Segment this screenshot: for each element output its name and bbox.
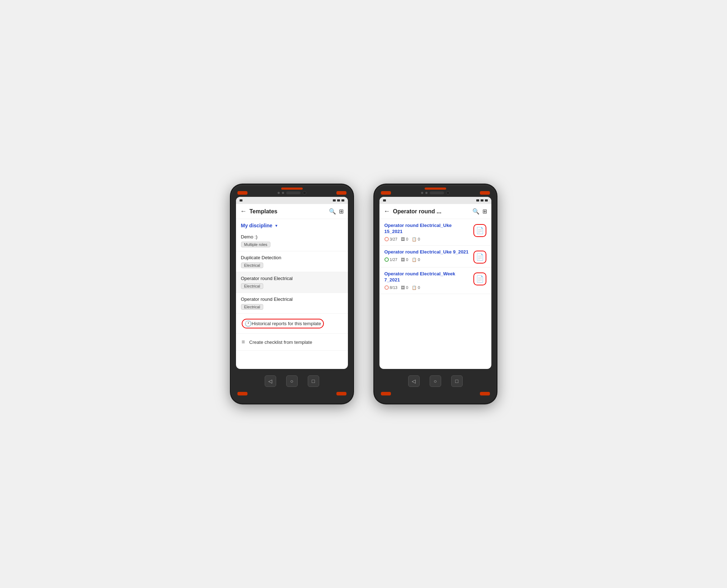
speaker-pill (286, 191, 301, 194)
checklist-item-1[interactable]: Operator round Electrical_Uke 15_2021 3/… (379, 219, 491, 246)
checklist-open-btn-2[interactable]: 📄 (473, 251, 486, 264)
template-item-demo[interactable]: Demo :) Multiple roles (236, 231, 348, 251)
top-accent-left-2 (381, 191, 391, 195)
template-badge-op-round-1: Electrical (241, 283, 264, 289)
top-accent-right-2 (480, 191, 490, 195)
checklist-open-btn-3[interactable]: 📄 (473, 272, 486, 285)
checklist-info-1: Operator round Electrical_Uke 15_2021 3/… (384, 223, 470, 242)
back-button-1[interactable]: ← (240, 208, 247, 215)
back-nav-btn-1[interactable]: ◁ (265, 375, 276, 387)
status-icon-2 (383, 199, 386, 201)
open-doc-icon-3: 📄 (476, 275, 484, 283)
action-historical[interactable]: 🕐 Historical reports for this template (236, 314, 348, 334)
doc-count-3: 0 (418, 285, 420, 290)
stat-progress-2: 1/27 (384, 257, 397, 262)
historical-oval[interactable]: 🕐 Historical reports for this template (242, 319, 324, 328)
screen-content-1: My discipline ▼ Demo :) Multiple roles D… (236, 219, 348, 351)
template-item-op-round-2[interactable]: Operator round Electrical Electrical (236, 293, 348, 314)
template-item-duplicate[interactable]: Duplicate Detection Electrical (236, 251, 348, 272)
phone-bottom-accents-1 (236, 392, 348, 395)
status-dot-3 (421, 192, 423, 194)
image-icon-3: 🖼 (401, 285, 405, 290)
progress-value-3: 8/13 (390, 285, 397, 290)
nav-bar-2: ← Operator round ... 🔍 ⊞ (379, 204, 491, 219)
screen-content-2: Operator round Electrical_Uke 15_2021 3/… (379, 219, 491, 294)
recents-nav-btn-2[interactable]: □ (451, 375, 463, 387)
nav-title-2: Operator round ... (393, 208, 469, 215)
template-name-duplicate: Duplicate Detection (241, 255, 343, 260)
doc-count-2: 0 (418, 257, 420, 262)
phone-1-screen: ← Templates 🔍 ⊞ My discipline ▼ Demo :) … (236, 197, 348, 369)
nav-title-1: Templates (250, 208, 326, 215)
bottom-accent-left-2 (381, 392, 391, 395)
wifi-icon-2 (481, 199, 483, 201)
checklist-item-2[interactable]: Operator round Electrical_Uke 9_2021 1/2… (379, 246, 491, 267)
recents-nav-btn-1[interactable]: □ (308, 375, 319, 387)
phone-top-accents (236, 191, 348, 195)
phone-top-accents-2 (379, 191, 491, 195)
template-badge-duplicate: Electrical (241, 262, 264, 268)
search-icon-1[interactable]: 🔍 (329, 208, 336, 215)
checklist-open-btn-1[interactable]: 📄 (473, 224, 486, 237)
checklist-item-3[interactable]: Operator round Electrical_Week 7_2021 8/… (379, 267, 491, 294)
status-dot-2 (282, 192, 284, 194)
stat-doc-1: 📋 0 (412, 237, 420, 242)
status-icons-2 (476, 199, 488, 201)
action-create-checklist[interactable]: ≡ Create checklist from template (236, 334, 348, 351)
status-bar (236, 197, 348, 204)
phone-2-screen: ← Operator round ... 🔍 ⊞ Operator round … (379, 197, 491, 369)
template-badge-op-round-2: Electrical (241, 304, 264, 310)
back-button-2[interactable]: ← (384, 208, 390, 215)
home-nav-btn-2[interactable]: ○ (430, 375, 441, 387)
progress-value-1: 3/27 (390, 237, 397, 241)
scan-icon-1[interactable]: ⊞ (339, 208, 344, 215)
nav-bar-1: ← Templates 🔍 ⊞ (236, 204, 348, 219)
stat-doc-2: 📋 0 (412, 257, 420, 262)
doc-icon-1: 📋 (412, 237, 417, 242)
historical-label: Historical reports for this template (252, 321, 321, 326)
open-doc-icon-2: 📄 (476, 253, 484, 261)
discipline-label: My discipline (241, 223, 273, 228)
search-icon-2[interactable]: 🔍 (472, 208, 480, 215)
checklist-stats-2: 1/27 🖼 0 📋 0 (384, 257, 470, 262)
image-count-1: 0 (406, 237, 408, 241)
checklist-title-2: Operator round Electrical_Uke 9_2021 (384, 249, 470, 255)
progress-circle-3 (384, 285, 389, 290)
status-bar-2 (379, 197, 491, 204)
signal-icon-2 (476, 199, 479, 201)
stat-image-1: 🖼 0 (401, 237, 408, 241)
discipline-selector[interactable]: My discipline ▼ (241, 223, 343, 228)
doc-icon-2: 📋 (412, 257, 417, 262)
home-nav-btn-1[interactable]: ○ (286, 375, 298, 387)
checklist-title-1: Operator round Electrical_Uke 15_2021 (384, 223, 470, 235)
progress-circle-2 (384, 257, 389, 262)
phone-bottom-accents-2 (379, 392, 491, 395)
stat-image-3: 🖼 0 (401, 285, 408, 290)
scan-icon-2[interactable]: ⊞ (482, 208, 487, 215)
top-accent-left (237, 191, 247, 195)
back-nav-btn-2[interactable]: ◁ (408, 375, 420, 387)
clock-icon: 🕐 (245, 320, 252, 327)
stat-image-2: 🖼 0 (401, 257, 408, 262)
progress-circle-1 (384, 237, 389, 241)
checklist-stats-3: 8/13 🖼 0 📋 0 (384, 285, 470, 290)
checklist-info-3: Operator round Electrical_Week 7_2021 8/… (384, 271, 470, 290)
discipline-section: My discipline ▼ (236, 219, 348, 231)
speaker-pill-2 (430, 191, 444, 194)
doc-count-1: 0 (418, 237, 420, 241)
image-count-3: 0 (406, 285, 408, 290)
progress-value-2: 1/27 (390, 257, 397, 262)
bottom-accent-right-1 (336, 392, 346, 395)
signal-icon (333, 199, 336, 201)
template-item-op-round-1[interactable]: Operator round Electrical Electrical (236, 272, 348, 293)
phone-2: ← Operator round ... 🔍 ⊞ Operator round … (374, 185, 496, 403)
phone-top-center-2 (421, 191, 450, 195)
checklist-stats-1: 3/27 🖼 0 📋 0 (384, 237, 470, 242)
template-badge-demo: Multiple roles (241, 242, 271, 247)
phone-bottom-buttons-2: ◁ ○ □ (379, 373, 491, 389)
status-icons (333, 199, 344, 201)
phone-bottom-buttons-1: ◁ ○ □ (236, 373, 348, 389)
open-doc-icon-1: 📄 (476, 227, 484, 234)
template-name-op-round-2: Operator round Electrical (241, 297, 343, 302)
status-icon (240, 199, 242, 201)
